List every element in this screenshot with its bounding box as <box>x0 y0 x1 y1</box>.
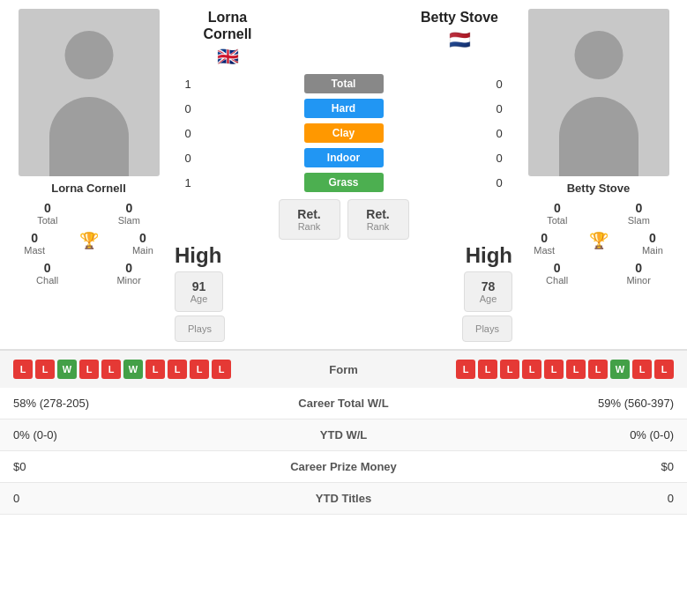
total-badge: Total <box>304 74 384 93</box>
form-badge: L <box>456 360 475 379</box>
right-rank-card: Ret. Rank <box>347 199 409 240</box>
stat-right-value: 59% (560-397) <box>446 388 687 419</box>
form-badge: L <box>13 360 33 379</box>
total-row: 1 Total 0 <box>170 74 517 93</box>
left-chall-stat: 0 Chall <box>36 261 58 286</box>
right-player-name: Betty Stove <box>567 182 631 195</box>
left-player-name: Lorna Cornell <box>51 182 126 195</box>
form-badge: W <box>610 360 630 379</box>
left-slam-stat: 0 Slam <box>118 201 140 226</box>
form-badge: L <box>566 360 586 379</box>
left-stat-row-1: 0 Total 0 Slam <box>7 199 170 227</box>
clay-row: 0 Clay 0 <box>170 123 517 143</box>
stat-right-value: 0 <box>446 483 687 515</box>
stat-left-value: 0 <box>0 483 241 515</box>
right-main-stat: 0 Main <box>642 231 663 256</box>
stat-right-value: $0 <box>446 451 687 483</box>
right-form-badges: LLLLLLLWLL <box>456 360 674 379</box>
left-info-cards: Ret. Rank <box>279 199 340 240</box>
right-player-title: Betty Stove <box>421 9 498 26</box>
indoor-badge: Indoor <box>304 148 384 167</box>
right-slam-stat: 0 Slam <box>628 201 650 226</box>
form-badge: L <box>478 360 497 379</box>
form-badge: L <box>79 360 99 379</box>
center-info-row: Ret. Rank Ret. Rank <box>170 199 517 240</box>
form-badge: L <box>654 360 674 379</box>
table-row: 0% (0-0)YTD W/L0% (0-0) <box>0 419 687 451</box>
left-avatar-head <box>64 31 113 79</box>
hard-badge: Hard <box>304 99 384 118</box>
grass-left-val: 1 <box>175 176 201 189</box>
form-badge: L <box>35 360 55 379</box>
form-badge: L <box>500 360 519 379</box>
form-badge: L <box>190 360 209 379</box>
grass-row: 1 Grass 0 <box>170 173 517 192</box>
right-avatar-head <box>574 31 623 79</box>
left-player-photo <box>19 9 160 176</box>
left-form-badges: LLWLLWLLLL <box>13 360 231 379</box>
center-name-row: Lorna Cornell 🇬🇧 Betty Stove 🇳🇱 <box>170 9 517 67</box>
table-row: $0Career Prize Money$0 <box>0 451 687 483</box>
form-badge: W <box>123 360 143 379</box>
left-plays-card: Plays <box>175 315 225 342</box>
indoor-right-val: 0 <box>486 152 512 165</box>
form-badge: L <box>146 360 165 379</box>
surface-area: 1 Total 0 0 Hard 0 0 Clay 0 0 Indoor <box>170 74 517 192</box>
stat-center-label: Career Total W/L <box>241 388 447 419</box>
right-plays-card: Plays <box>462 315 512 342</box>
left-total-stat: 0 Total <box>37 201 57 226</box>
right-mast-stat: 0 Mast <box>534 231 555 256</box>
total-left-val: 1 <box>175 78 201 91</box>
hard-left-val: 0 <box>175 102 201 115</box>
center-block: Lorna Cornell 🇬🇧 Betty Stove 🇳🇱 1 Total … <box>170 9 517 349</box>
left-avatar-body <box>49 97 129 176</box>
left-name-block: Lorna Cornell 🇬🇧 <box>175 9 280 67</box>
stat-left-value: 0% (0-0) <box>0 419 241 451</box>
stats-table: 58% (278-205)Career Total W/L59% (560-39… <box>0 388 687 515</box>
left-rank-card: Ret. Rank <box>279 199 340 240</box>
form-badge: L <box>632 360 652 379</box>
form-badge: L <box>101 360 121 379</box>
form-badge: W <box>57 360 77 379</box>
stat-center-label: YTD Titles <box>241 483 447 515</box>
right-player-block: Betty Stove 0 Total 0 Slam 0 Mast <box>517 9 680 349</box>
right-trophy-icon: 🏆 <box>589 231 609 256</box>
stat-center-label: YTD W/L <box>241 419 447 451</box>
total-right-val: 0 <box>486 78 512 91</box>
right-stat-row-3: 0 Chall 0 Minor <box>517 259 680 287</box>
right-stat-row-2: 0 Mast 🏆 0 Main <box>517 229 680 257</box>
left-flag: 🇬🇧 <box>217 46 239 67</box>
right-avatar-body <box>559 97 638 176</box>
stat-left-value: $0 <box>0 451 241 483</box>
right-flag: 🇳🇱 <box>449 29 471 50</box>
left-player-title: Lorna Cornell <box>203 9 251 42</box>
plays-row: Plays Plays <box>170 315 517 349</box>
left-main-stat: 0 Main <box>132 231 153 256</box>
left-stat-row-2: 0 Mast 🏆 0 Main <box>7 229 170 257</box>
clay-right-val: 0 <box>486 127 512 140</box>
left-stat-row-3: 0 Chall 0 Minor <box>7 259 170 287</box>
right-name-block: Betty Stove 🇳🇱 <box>407 9 512 67</box>
form-section: LLWLLWLLLL Form LLLLLLLWLL <box>0 350 687 388</box>
right-info-cards: Ret. Rank <box>347 199 409 240</box>
right-stats-grid: 0 Total 0 Slam 0 Mast 🏆 0 <box>517 199 680 287</box>
form-badge: L <box>168 360 187 379</box>
right-total-stat: 0 Total <box>547 201 567 226</box>
grass-badge: Grass <box>304 173 384 192</box>
right-player-photo <box>528 9 669 176</box>
left-age-card: 91 Age <box>175 271 223 312</box>
right-high-val: High <box>466 243 512 268</box>
form-badge: L <box>212 360 231 379</box>
clay-left-val: 0 <box>175 127 201 140</box>
hard-right-val: 0 <box>486 102 512 115</box>
left-high-val: High <box>175 243 221 268</box>
left-stats-grid: 0 Total 0 Slam 0 Mast 🏆 0 <box>7 199 170 287</box>
form-badge: L <box>544 360 564 379</box>
form-label: Form <box>329 363 358 376</box>
stat-right-value: 0% (0-0) <box>446 419 687 451</box>
high-row: High High <box>170 243 517 271</box>
main-container: Lorna Cornell 0 Total 0 Slam 0 Mast <box>0 0 687 515</box>
form-badge: L <box>522 360 541 379</box>
left-mast-stat: 0 Mast <box>24 231 45 256</box>
age-row: 91 Age 78 Age <box>170 271 517 315</box>
